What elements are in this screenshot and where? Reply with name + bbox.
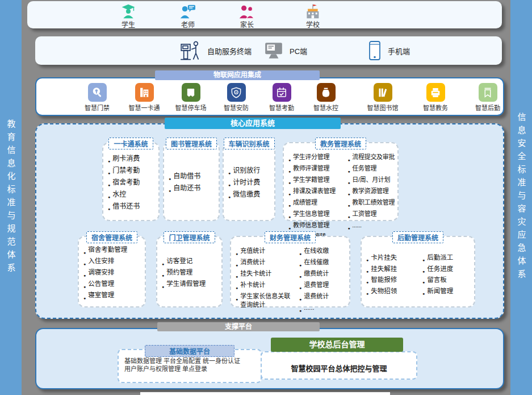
- panel-title: 财务管理系统: [265, 231, 316, 243]
- list-item-label: 自助还书: [173, 184, 200, 196]
- water-control-icon: [317, 83, 336, 102]
- bullet-icon: ●: [347, 190, 350, 198]
- bullet-icon: ●: [162, 271, 164, 280]
- list-item: ●访客登记: [161, 257, 219, 268]
- list-item-label: 工资管理: [352, 210, 376, 221]
- list-item-label: 教职工绩效管理: [352, 198, 395, 210]
- item-list: ●在线收缴●在线催缴●缴费统计●退费管理●退费统计●......: [295, 243, 349, 317]
- kiosk-icon: [180, 39, 202, 62]
- iot-item-label: 智慧门禁: [77, 103, 117, 112]
- bullet-icon: ●: [108, 193, 110, 202]
- iot-item-water-control: 智慧水控: [306, 83, 346, 112]
- list-item: ●宿舍考勤: [107, 178, 156, 190]
- bullet-icon: ●: [347, 224, 350, 232]
- left-sidebar-label: 教育信息化标准与规范体系: [5, 119, 17, 276]
- list-item: ●微信缴费: [227, 190, 272, 202]
- terminal-item-pc: PC端: [263, 36, 307, 65]
- user-item-teacher: 老师: [166, 3, 210, 29]
- list-item-label: 预约管理: [166, 268, 192, 280]
- list-item: ●学生请假管理: [161, 280, 219, 291]
- bullet-icon: ●: [162, 260, 164, 268]
- parents-icon: [238, 3, 255, 19]
- list-item: ●教学资源管理: [346, 187, 396, 198]
- bullet-icon: ●: [347, 167, 350, 176]
- panel-gate-system: 门卫管理系统 ●访客登记●预约管理●学生请假管理: [156, 236, 223, 307]
- list-item-label: 学生请假管理: [166, 280, 206, 291]
- bullet-icon: ●: [366, 278, 368, 287]
- list-item: ●自助借书: [167, 172, 216, 184]
- list-item-label: 卡片挂失: [371, 253, 397, 265]
- bullet-icon: ●: [162, 282, 164, 291]
- list-item: ●任务进度: [421, 265, 473, 276]
- list-item: ●排课及课表管理: [287, 187, 342, 198]
- user-item-label: 家长: [225, 19, 269, 29]
- list-item-label: 后勤派工: [427, 253, 453, 265]
- bullet-icon: ●: [366, 256, 368, 265]
- bullet-icon: ●: [169, 186, 171, 196]
- list-item: ●学生评分管理: [287, 153, 342, 164]
- list-item: ●预约管理: [161, 268, 219, 280]
- bullet-icon: ●: [288, 167, 291, 176]
- list-item: ●留言板: [421, 276, 473, 287]
- list-item: ●成绩管理: [287, 198, 342, 210]
- list-item-label: 教学资源管理: [352, 187, 388, 198]
- iot-item-label: 智慧考勤: [262, 103, 301, 112]
- iot-integration-row: 智慧门禁 智慧一卡通 智慧停车场: [35, 77, 504, 116]
- list-item-label: 访客登记: [166, 257, 192, 268]
- list-item-label: 水控: [112, 190, 126, 202]
- bullet-icon: ●: [347, 201, 350, 210]
- bullet-icon: ●: [288, 178, 291, 187]
- iot-item-label: 智慧安防: [216, 103, 256, 112]
- list-item-label: 排课及课表管理: [293, 187, 336, 198]
- list-item: ●工资管理: [346, 210, 396, 221]
- bullet-icon: ●: [299, 272, 301, 281]
- logistics-icon: [479, 83, 497, 102]
- bullet-icon: ●: [288, 190, 291, 198]
- list-item-label: 任务进度: [427, 265, 453, 276]
- iot-item-label: 智慧教务: [416, 103, 455, 112]
- user-item-student: 学生: [107, 3, 150, 29]
- list-item: ●借书还书: [107, 202, 156, 214]
- bullet-icon: ●: [236, 284, 238, 292]
- list-item: ●新闻管理: [421, 287, 473, 298]
- panel-columns: ●卡片挂失●挂失解挂●智能报修●失物招领 ●后勤派工●任务进度●留言板●新闻管理: [362, 243, 474, 306]
- list-item: ●调寝安排: [82, 268, 143, 280]
- panel-admin-backend: 智慧校园平台总体把控与管理: [261, 351, 417, 380]
- bullet-icon: ●: [108, 169, 110, 178]
- bullet-icon: ●: [228, 193, 231, 202]
- list-item-label: 教师信息管理: [293, 221, 329, 232]
- iot-item-logistics: 智慧后勤: [468, 83, 508, 112]
- list-item-label: 任务管理: [352, 164, 376, 176]
- attendance-icon: [273, 83, 291, 102]
- left-sidebar-banner: 教育信息化标准与规范体系: [0, 0, 22, 395]
- list-item: ●教师信息管理: [287, 221, 342, 232]
- bottom-strip: [140, 392, 390, 395]
- bullet-icon: ●: [422, 278, 425, 287]
- list-item-label: 退费管理: [304, 281, 329, 292]
- list-item-label: ......: [304, 303, 314, 315]
- list-item-label: 学生信息管理: [293, 210, 329, 221]
- smart-campus-architecture-diagram: 教育信息化标准与规范体系 信息安全标准与容灾应急体系 学生 老师: [0, 0, 532, 395]
- bullet-icon: ●: [83, 260, 86, 268]
- list-item: ●公告管理: [82, 280, 143, 291]
- list-item: ●退费统计: [298, 292, 348, 303]
- bullet-icon: ●: [299, 306, 301, 315]
- list-item-label: 教师评课管理: [293, 164, 329, 176]
- teacher-icon: [179, 3, 196, 19]
- list-item: ●水控: [107, 190, 156, 202]
- list-item-label: 日/周、月计划: [352, 176, 390, 187]
- list-item: ●学生家长信息关联查询统计: [234, 292, 294, 309]
- bullet-icon: ●: [299, 295, 301, 303]
- panel-title: 后勤管理系统: [392, 231, 443, 243]
- bullet-icon: ●: [236, 272, 238, 281]
- list-item-label: 宿舍考勤: [112, 178, 140, 190]
- panel-vehicle-system: 车辆识别系统 ●识别放行●计时计费●微信缴费: [223, 142, 275, 221]
- panel-logistics-system: 后勤管理系统 ●卡片挂失●挂失解挂●智能报修●失物招领 ●后勤派工●任务进度●留…: [361, 236, 475, 307]
- list-item-label: 失物招领: [371, 287, 397, 298]
- list-item: ●失物招领: [365, 287, 417, 298]
- user-item-label: 学生: [107, 19, 150, 29]
- base-platform-line: 用户账户与权限管理 单点登录: [119, 365, 261, 373]
- library-icon: [374, 83, 392, 102]
- admin-backend-body: 智慧校园平台总体把控与管理: [291, 363, 387, 373]
- list-item-label: 在线催缴: [304, 258, 329, 269]
